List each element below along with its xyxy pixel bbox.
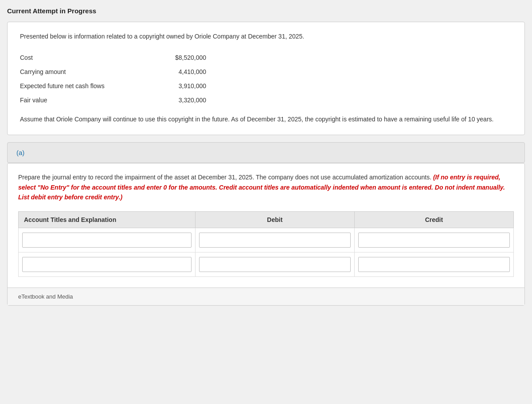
value-carrying: 4,410,000 (153, 68, 206, 75)
value-cashflows: 3,910,000 (153, 82, 206, 89)
debit-cell-1[interactable] (195, 228, 354, 252)
assumption-text: Assume that Oriole Company will continue… (20, 114, 512, 124)
col-header-account: Account Titles and Explanation (19, 211, 196, 228)
col-header-debit: Debit (195, 211, 354, 228)
financial-data-table: Cost $8,520,000 Carrying amount 4,410,00… (20, 50, 512, 107)
section-a-card: Prepare the journal entry to record the … (7, 163, 525, 305)
footer-label: eTextbook and Media (18, 293, 73, 300)
account-input-1[interactable] (22, 233, 192, 248)
table-row (19, 252, 514, 276)
debit-input-1[interactable] (199, 233, 351, 248)
credit-cell-1[interactable] (354, 228, 513, 252)
data-row-fairvalue: Fair value 3,320,000 (20, 93, 512, 107)
credit-input-1[interactable] (358, 233, 510, 248)
instruction-normal: Prepare the journal entry to record the … (18, 174, 431, 181)
info-card: Presented below is information related t… (7, 22, 525, 135)
table-row (19, 228, 514, 252)
footer-bar: eTextbook and Media (8, 287, 524, 305)
data-row-carrying: Carrying amount 4,410,000 (20, 65, 512, 79)
data-row-cashflows: Expected future net cash flows 3,910,000 (20, 79, 512, 93)
label-cost: Cost (20, 54, 153, 61)
account-cell-2[interactable] (19, 252, 196, 276)
label-carrying: Carrying amount (20, 68, 153, 75)
section-a-label: (a) (16, 149, 24, 156)
section-a-header: (a) (7, 142, 525, 163)
credit-input-2[interactable] (358, 257, 510, 272)
page-title: Current Attempt in Progress (7, 7, 525, 15)
label-fairvalue: Fair value (20, 97, 153, 104)
account-input-2[interactable] (22, 257, 192, 272)
table-header-row: Account Titles and Explanation Debit Cre… (19, 211, 514, 228)
data-row-cost: Cost $8,520,000 (20, 50, 512, 65)
col-header-credit: Credit (354, 211, 513, 228)
intro-text: Presented below is information related t… (20, 33, 512, 40)
credit-cell-2[interactable] (354, 252, 513, 276)
instruction-text: Prepare the journal entry to record the … (18, 172, 514, 202)
journal-table: Account Titles and Explanation Debit Cre… (18, 211, 514, 277)
debit-input-2[interactable] (199, 257, 351, 272)
debit-cell-2[interactable] (195, 252, 354, 276)
value-fairvalue: 3,320,000 (153, 97, 206, 104)
account-cell-1[interactable] (19, 228, 196, 252)
value-cost: $8,520,000 (153, 54, 206, 61)
label-cashflows: Expected future net cash flows (20, 82, 153, 89)
